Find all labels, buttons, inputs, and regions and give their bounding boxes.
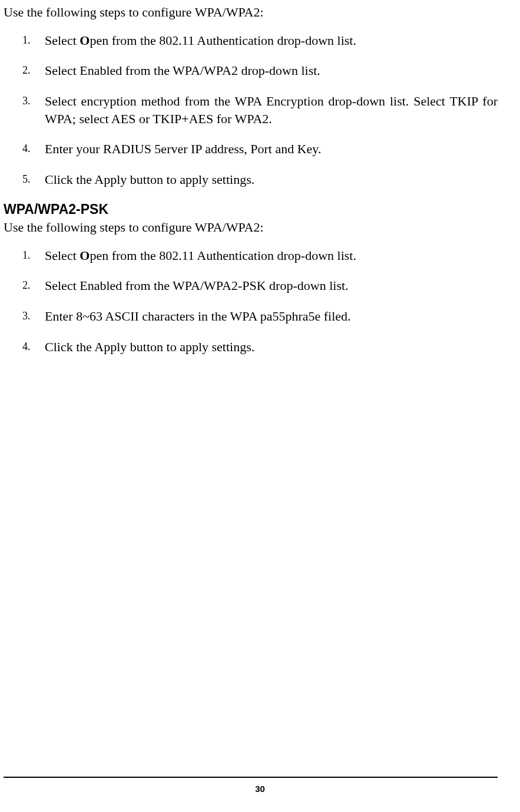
section1-steps: 1. Select Open from the 802.11 Authentic…	[4, 32, 498, 189]
page-content: Use the following steps to configure WPA…	[0, 4, 520, 355]
document-page: Use the following steps to configure WPA…	[0, 4, 520, 812]
step-text: Enter your RADIUS 5erver IP address, Por…	[45, 141, 321, 156]
step-number: 3.	[22, 309, 31, 323]
footer-rule	[4, 777, 498, 778]
step-text: Select Open from the 802.11 Authenticati…	[45, 248, 356, 263]
step-number: 1.	[22, 33, 31, 47]
section1-intro: Use the following steps to configure WPA…	[4, 4, 498, 21]
step-number: 1.	[22, 248, 31, 262]
page-number: 30	[255, 784, 265, 794]
list-item: 3. Enter 8~63 ASCII characters in the WP…	[4, 308, 498, 325]
section2-steps: 1. Select Open from the 802.11 Authentic…	[4, 247, 498, 356]
list-item: 5. Click the Apply button to apply setti…	[4, 171, 498, 189]
section2-intro: Use the following steps to configure WPA…	[4, 219, 498, 236]
list-item: 1. Select Open from the 802.11 Authentic…	[4, 32, 498, 49]
list-item: 4. Click the Apply button to apply setti…	[4, 338, 498, 356]
step-text: Select Enabled from the WPA/WPA2 drop-do…	[45, 63, 320, 78]
step-number: 4.	[22, 141, 31, 156]
step-text: Click the Apply button to apply settings…	[45, 339, 254, 354]
section2-heading: WPA/WPA2-PSK	[4, 202, 498, 217]
step-number: 5.	[22, 172, 31, 186]
list-item: 1. Select Open from the 802.11 Authentic…	[4, 247, 498, 265]
step-text: Click the Apply button to apply settings…	[45, 172, 254, 187]
list-item: 2. Select Enabled from the WPA/WPA2 drop…	[4, 62, 498, 80]
list-item: 2. Select Enabled from the WPA/WPA2-PSK …	[4, 277, 498, 295]
step-text: Select Enabled from the WPA/WPA2-PSK dro…	[45, 278, 349, 293]
step-number: 2.	[22, 63, 31, 77]
step-number: 4.	[22, 339, 31, 354]
list-item: 3. Select encryption method from the WPA…	[4, 93, 498, 127]
page-footer: 30	[0, 777, 520, 796]
list-item: 4. Enter your RADIUS 5erver IP address, …	[4, 140, 498, 158]
step-text: Select Open from the 802.11 Authenticati…	[45, 33, 356, 48]
step-number: 3.	[22, 94, 31, 108]
step-text: Enter 8~63 ASCII characters in the WPA p…	[45, 309, 351, 324]
step-text: Select encryption method from the WPA En…	[45, 94, 498, 126]
step-number: 2.	[22, 278, 31, 292]
